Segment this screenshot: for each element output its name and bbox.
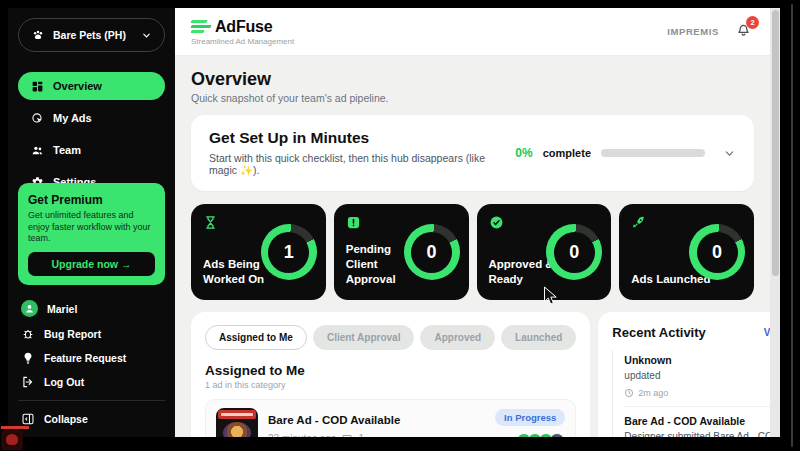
page-subtitle: Quick snapshot of your team's ad pipelin…: [191, 92, 754, 104]
activity-item-description: updated: [624, 369, 770, 383]
sidebar: Bare Pets (PH) Overview My Ads: [8, 8, 175, 437]
comment-icon: [341, 433, 353, 438]
alert-square-icon: [346, 215, 361, 230]
tab-assigned-to-me[interactable]: Assigned to Me: [205, 325, 307, 350]
ad-title: Bare Ad - COD Available: [268, 414, 485, 426]
collapse-label: Collapse: [44, 413, 88, 425]
activity-item-title: Unknown: [624, 354, 770, 366]
section-count: 1 ad in this category: [205, 380, 576, 390]
video-watermark: [1, 426, 31, 450]
pipeline-panel: Assigned to Me Client Approval Approved …: [191, 312, 590, 437]
ad-thumbnail: [216, 408, 258, 437]
setup-progress-label: complete: [543, 147, 591, 159]
adfuse-logo-icon: [191, 20, 211, 34]
feature-request-link[interactable]: Feature Request: [18, 346, 165, 370]
activity-list: Unknown updated 2m ago Bare Ad - COD Ava…: [612, 350, 770, 437]
screen-bezel-line: [791, 4, 793, 447]
link-label: Feature Request: [44, 352, 126, 364]
page-title: Overview: [191, 69, 754, 90]
bottom-row: Assigned to Me Client Approval Approved …: [191, 312, 754, 437]
grid-icon: [31, 80, 44, 93]
sidebar-item-label: Overview: [53, 80, 102, 92]
notification-badge: 2: [746, 16, 759, 29]
rocket-icon: [631, 215, 646, 230]
scrollbar-thumb[interactable]: [772, 10, 779, 276]
sidebar-item-overview[interactable]: Overview: [18, 72, 165, 100]
recent-activity-panel: Recent Activity View all Unknown updated: [598, 312, 770, 437]
topbar: AdFuse Streamlined Ad Management IMPREMI…: [175, 8, 770, 56]
stat-value: 0: [411, 232, 452, 273]
stat-value: 0: [554, 232, 595, 273]
stat-label: Ads Launched: [631, 272, 710, 287]
main-area: AdFuse Streamlined Ad Management IMPREMI…: [175, 8, 770, 437]
ad-time: 23 minutes ago: [268, 433, 336, 437]
status-badge: In Progress: [495, 409, 565, 426]
clock-icon: [624, 388, 634, 398]
stat-value: 1: [268, 232, 309, 273]
vertical-scrollbar[interactable]: [770, 8, 780, 437]
sidebar-item-label: Team: [53, 144, 81, 156]
stat-ring: 0: [404, 224, 460, 280]
setup-progress-bar: [601, 149, 705, 157]
activity-item-title: Bare Ad - COD Available: [624, 415, 770, 427]
activity-item: Bare Ad - COD Available Designer submitt…: [624, 406, 770, 438]
paw-icon: [31, 28, 45, 42]
app-window: Bare Pets (PH) Overview My Ads: [8, 8, 780, 437]
bug-icon: [21, 327, 35, 341]
stat-card-pending-client-approval[interactable]: Pending Client Approval 0: [334, 204, 469, 300]
stat-ring: 0: [546, 224, 602, 280]
sidebar-bottom: Get Premium Get unlimited features and e…: [18, 183, 165, 431]
user-profile-row[interactable]: Mariel: [18, 295, 165, 322]
activity-item-time: 2m ago: [638, 388, 668, 398]
activity-item: Unknown updated 2m ago: [624, 350, 770, 406]
sidebar-item-label: My Ads: [53, 112, 92, 124]
tab-launched[interactable]: Launched: [501, 325, 576, 350]
collapse-icon: [21, 412, 35, 426]
ad-list-item[interactable]: Bare Ad - COD Available 23 minutes ago 1…: [205, 399, 576, 437]
video-progress-bar: [1, 426, 29, 429]
user-name: Mariel: [47, 303, 77, 315]
setup-progress-percent: 0%: [515, 146, 532, 160]
workspace-label: Bare Pets (PH): [53, 29, 133, 41]
ads-target-icon: [31, 112, 44, 125]
bug-report-link[interactable]: Bug Report: [18, 322, 165, 346]
stats-row: Ads Being Worked On 1 Pending Client App…: [191, 204, 754, 300]
section-title: Assigned to Me: [205, 363, 576, 378]
stat-ring: 0: [689, 224, 745, 280]
hourglass-icon: [203, 215, 218, 230]
brand-tagline: Streamlined Ad Management: [191, 37, 294, 46]
chevron-down-icon: [141, 30, 152, 41]
logout-icon: [21, 375, 35, 389]
avatar-overflow-count: +1: [549, 433, 565, 437]
premium-card: Get Premium Get unlimited features and e…: [18, 183, 165, 285]
chevron-down-icon[interactable]: [723, 147, 736, 160]
link-label: Bug Report: [44, 328, 101, 340]
setup-title: Get Set Up in Minutes: [209, 129, 515, 147]
channel-logo-watermark: [1, 430, 23, 450]
log-out-link[interactable]: Log Out: [18, 370, 165, 394]
tab-approved[interactable]: Approved: [420, 325, 495, 350]
notifications-button[interactable]: 2: [735, 21, 752, 42]
brand-block: AdFuse Streamlined Ad Management: [191, 18, 294, 46]
pipeline-tabs: Assigned to Me Client Approval Approved …: [205, 325, 576, 350]
stat-card-ads-being-worked-on[interactable]: Ads Being Worked On 1: [191, 204, 326, 300]
workspace-switcher[interactable]: Bare Pets (PH): [18, 18, 165, 52]
collapse-button[interactable]: Collapse: [18, 407, 165, 431]
setup-checklist-card: Get Set Up in Minutes Start with this qu…: [191, 115, 754, 191]
sidebar-item-team[interactable]: Team: [18, 136, 165, 164]
premium-description: Get unlimited features and enjoy faster …: [28, 210, 155, 245]
link-label: Log Out: [44, 376, 84, 388]
sidebar-divider: [18, 400, 165, 401]
check-circle-icon: [489, 215, 504, 230]
stat-card-approved-ready[interactable]: Approved & Ready 0: [477, 204, 612, 300]
stat-card-ads-launched[interactable]: Ads Launched 0: [619, 204, 754, 300]
activity-title: Recent Activity: [612, 325, 705, 340]
tab-client-approval[interactable]: Client Approval: [313, 325, 415, 350]
avatar: [21, 300, 38, 317]
team-icon: [31, 144, 44, 157]
sidebar-item-my-ads[interactable]: My Ads: [18, 104, 165, 132]
upgrade-button[interactable]: Upgrade now →: [28, 252, 155, 276]
brand-name: AdFuse: [215, 18, 272, 36]
activity-item-description: Designer submitted Bare Ad - COD Availab…: [624, 430, 770, 438]
page-content: Overview Quick snapshot of your team's a…: [175, 56, 770, 437]
